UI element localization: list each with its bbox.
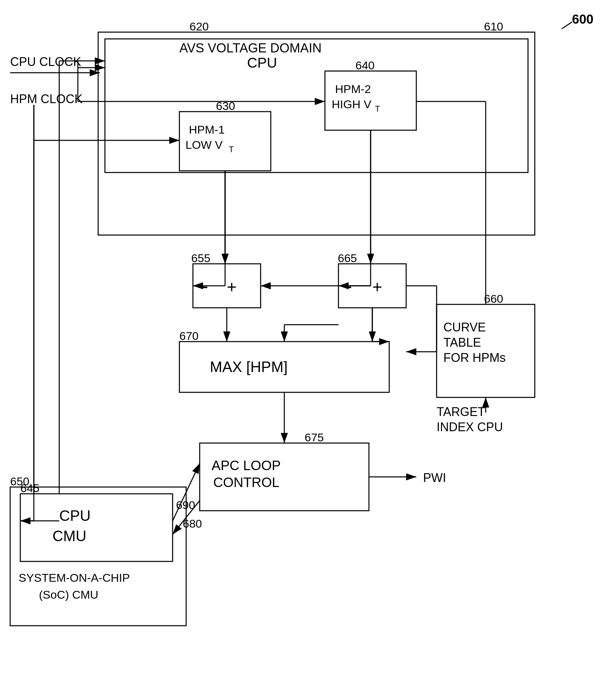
soc-cmu-label-line2: (SoC) CMU xyxy=(39,588,98,601)
hpm2-vt-subscript: T xyxy=(375,104,380,113)
hpm2-label-line1: HPM-2 xyxy=(335,82,371,95)
target-index-label-line2: INDEX CPU xyxy=(437,420,503,434)
figure-number: 600 xyxy=(572,12,593,26)
cpu-cmu-label-line1: CPU xyxy=(59,507,91,524)
hpm1-label-line2: LOW V xyxy=(186,138,223,151)
label-645: 645 xyxy=(20,482,40,494)
hpm1-vt-subscript: T xyxy=(229,145,234,154)
label-610: 610 xyxy=(484,20,503,33)
label-620: 620 xyxy=(190,20,209,33)
hpm2-label-line2: HIGH V xyxy=(332,98,371,111)
soc-cmu-label-line1: SYSTEM-ON-A-CHIP xyxy=(19,571,130,584)
cpu-label: CPU xyxy=(247,55,277,71)
cpu-cmu-box xyxy=(20,494,173,561)
label-660: 660 xyxy=(484,292,503,305)
adder-right-plus: + xyxy=(372,277,382,296)
label-640: 640 xyxy=(355,59,375,72)
curve-table-label-line3: FOR HPMs xyxy=(443,351,506,364)
apc-loop-label-line1: APC LOOP xyxy=(212,458,281,473)
avs-domain-label: AVS VOLTAGE DOMAIN xyxy=(179,41,322,55)
target-index-label-line1: TARGET xyxy=(437,405,485,419)
label-675: 675 xyxy=(305,431,324,444)
adder-left-plus: + xyxy=(227,277,236,296)
label-665: 665 xyxy=(338,252,357,264)
curve-table-label-line2: TABLE xyxy=(443,336,481,349)
cpu-cmu-label-line2: CMU xyxy=(53,528,86,544)
curve-table-label-line1: CURVE xyxy=(443,320,486,334)
max-hpm-label: MAX [HPM] xyxy=(210,358,288,375)
pwi-label: PWI xyxy=(423,471,446,485)
apc-loop-label-line2: CONTROL xyxy=(213,475,280,490)
label-655: 655 xyxy=(191,252,211,264)
hpm1-label-line1: HPM-1 xyxy=(189,123,225,136)
diagram-container: 600 610 AVS VOLTAGE DOMAIN 620 CPU 640 H… xyxy=(0,0,616,693)
label-670: 670 xyxy=(179,330,199,342)
cpu-clock-label: CPU CLOCK xyxy=(10,55,81,69)
hpm-clock-label: HPM CLOCK xyxy=(10,92,82,106)
label-680: 680 xyxy=(183,517,202,530)
